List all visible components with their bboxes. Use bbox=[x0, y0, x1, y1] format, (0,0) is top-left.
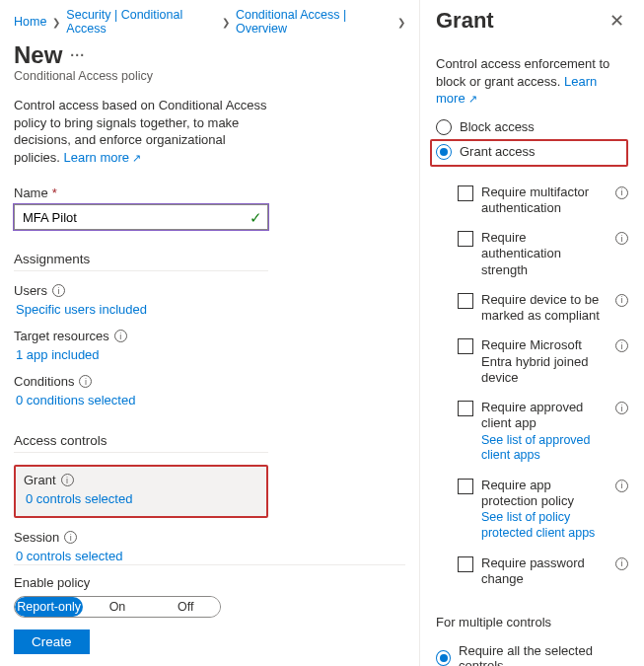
grant-link[interactable]: 0 controls selected bbox=[24, 491, 258, 506]
breadcrumb-home[interactable]: Home bbox=[14, 15, 46, 29]
protected-client-apps-link[interactable]: See list of policy protected client apps bbox=[481, 510, 610, 541]
enable-policy-toggle[interactable]: Report-only On Off bbox=[14, 596, 221, 618]
checkbox-icon bbox=[458, 556, 473, 572]
info-icon[interactable]: i bbox=[615, 294, 628, 307]
grant-panel: Grant ✕ Control access enforcement to bl… bbox=[419, 0, 644, 666]
check-icon: ✓ bbox=[250, 209, 262, 227]
grant-section[interactable]: Granti 0 controls selected bbox=[14, 465, 268, 518]
info-icon[interactable]: i bbox=[615, 232, 628, 245]
page-subtitle: Conditional Access policy bbox=[14, 69, 405, 83]
users-label: Usersi bbox=[14, 283, 405, 298]
require-approved-client-checkbox[interactable]: Require approved client app See list of … bbox=[458, 400, 628, 464]
info-icon[interactable]: i bbox=[52, 284, 65, 297]
chevron-right-icon: ❯ bbox=[397, 17, 405, 28]
conditions-label: Conditionsi bbox=[14, 374, 405, 389]
target-resources-link[interactable]: 1 app included bbox=[14, 347, 405, 362]
radio-icon bbox=[436, 144, 452, 160]
close-icon[interactable]: ✕ bbox=[606, 8, 628, 34]
checkbox-icon bbox=[458, 338, 473, 354]
toggle-off[interactable]: Off bbox=[152, 597, 220, 617]
checkbox-icon bbox=[458, 231, 473, 247]
breadcrumb-overview[interactable]: Conditional Access | Overview bbox=[236, 8, 392, 36]
toggle-on[interactable]: On bbox=[83, 597, 151, 617]
access-controls-heading: Access controls bbox=[14, 433, 268, 448]
radio-icon bbox=[436, 119, 452, 135]
block-access-radio[interactable]: Block access bbox=[436, 119, 628, 135]
main-column: Home ❯ Security | Conditional Access ❯ C… bbox=[0, 0, 419, 666]
chevron-right-icon: ❯ bbox=[52, 17, 60, 28]
info-icon[interactable]: i bbox=[114, 330, 127, 342]
checkbox-icon bbox=[458, 185, 473, 201]
panel-title: Grant bbox=[436, 8, 494, 34]
enable-policy-label: Enable policy bbox=[14, 575, 405, 590]
learn-more-link[interactable]: Learn more bbox=[64, 150, 142, 165]
breadcrumb-security[interactable]: Security | Conditional Access bbox=[66, 8, 216, 36]
conditions-link[interactable]: 0 conditions selected bbox=[14, 393, 405, 407]
info-icon[interactable]: i bbox=[615, 402, 628, 414]
require-all-radio[interactable]: Require all the selected controls bbox=[436, 643, 628, 666]
info-icon[interactable]: i bbox=[615, 339, 628, 352]
checkbox-icon bbox=[458, 293, 473, 309]
approved-client-apps-link[interactable]: See list of approved client apps bbox=[481, 433, 610, 464]
info-icon[interactable]: i bbox=[615, 480, 628, 492]
info-icon[interactable]: i bbox=[61, 474, 74, 486]
name-input[interactable] bbox=[14, 204, 268, 230]
users-link[interactable]: Specific users included bbox=[14, 302, 405, 317]
create-button[interactable]: Create bbox=[14, 629, 90, 654]
more-actions-button[interactable]: ··· bbox=[70, 47, 85, 63]
panel-description: Control access enforcement to block or g… bbox=[436, 55, 623, 108]
require-compliant-device-checkbox[interactable]: Require device to be marked as compliant… bbox=[458, 292, 628, 325]
require-app-protection-checkbox[interactable]: Require app protection policy See list o… bbox=[458, 478, 628, 542]
breadcrumb: Home ❯ Security | Conditional Access ❯ C… bbox=[14, 8, 405, 36]
info-icon[interactable]: i bbox=[79, 375, 92, 388]
target-resources-label: Target resourcesi bbox=[14, 329, 405, 343]
grant-access-radio[interactable]: Grant access bbox=[436, 144, 536, 160]
page-title: New ··· bbox=[14, 41, 405, 69]
toggle-report-only[interactable]: Report-only bbox=[15, 597, 83, 617]
grant-label: Granti bbox=[24, 473, 258, 487]
info-icon[interactable]: i bbox=[615, 186, 628, 199]
policy-description: Control access based on Conditional Acce… bbox=[14, 97, 270, 166]
assignments-heading: Assignments bbox=[14, 252, 268, 271]
multiple-controls-label: For multiple controls bbox=[436, 615, 628, 629]
checkbox-icon bbox=[458, 401, 473, 416]
require-auth-strength-checkbox[interactable]: Require authentication strength i bbox=[458, 230, 628, 278]
require-password-change-checkbox[interactable]: Require password change i bbox=[458, 555, 628, 588]
chevron-right-icon: ❯ bbox=[222, 17, 230, 28]
checkbox-icon bbox=[458, 479, 473, 494]
info-icon[interactable]: i bbox=[64, 531, 77, 544]
require-mfa-checkbox[interactable]: Require multifactor authentication i bbox=[458, 185, 628, 217]
session-link[interactable]: 0 controls selected bbox=[14, 549, 405, 563]
require-hybrid-device-checkbox[interactable]: Require Microsoft Entra hybrid joined de… bbox=[458, 337, 628, 386]
radio-icon bbox=[436, 650, 451, 666]
name-label: Name* bbox=[14, 185, 405, 200]
session-label: Sessioni bbox=[14, 530, 405, 545]
info-icon[interactable]: i bbox=[615, 557, 628, 570]
